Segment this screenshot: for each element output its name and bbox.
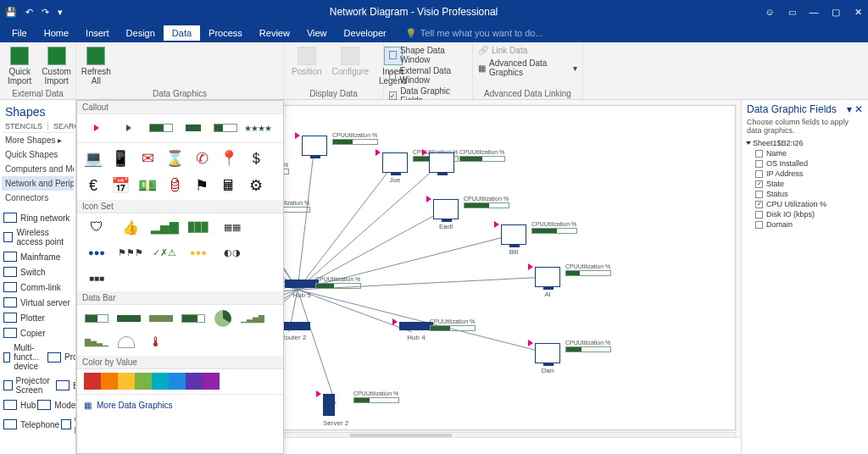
tab-review[interactable]: Review xyxy=(251,25,298,41)
tab-home[interactable]: Home xyxy=(36,25,77,41)
shape-icon xyxy=(3,282,17,292)
diagram-node[interactable]: CPUUtilization %Bill xyxy=(501,224,526,256)
diagram-node[interactable]: CPUUtilization % xyxy=(429,152,454,173)
dgf-field[interactable]: Domain xyxy=(755,220,863,229)
chevron-right-icon: ▸ xyxy=(58,136,62,145)
search-tab[interactable]: SEARCH xyxy=(53,122,76,130)
diagram-node[interactable]: CPUUtilization %Joe xyxy=(382,152,408,184)
help-smiley-icon[interactable]: ☺ xyxy=(765,7,775,17)
diagram-node[interactable]: CPUUtilization %Dan xyxy=(535,343,560,374)
stencil-item[interactable]: Projector ScreenBridge xyxy=(2,374,74,397)
redo-icon[interactable]: ↷ xyxy=(42,7,49,18)
tab-developer[interactable]: Developer xyxy=(336,25,395,41)
flag-icon xyxy=(494,221,499,228)
work-area: Shapes STENCILS SEARCH More Shapes ▸ Qui… xyxy=(0,100,868,454)
quick-shapes-link[interactable]: Quick Shapes xyxy=(2,147,74,162)
stencil-item-label: Mainframe xyxy=(20,252,60,262)
close-pane-icon[interactable]: ✕ xyxy=(854,103,863,115)
stencil-item[interactable]: TelephoneCell phone xyxy=(2,412,74,436)
dgf-field-label: Disk IO (kbps) xyxy=(766,210,815,219)
check-shape-data-window[interactable]: Shape Data Window xyxy=(389,46,467,64)
stencil-item[interactable]: Comm-link xyxy=(2,280,74,295)
tab-view[interactable]: View xyxy=(298,25,336,41)
window-title: Network Diagram - Visio Professional xyxy=(63,6,765,18)
custom-import-button[interactable]: Custom Import xyxy=(39,45,73,87)
dgf-field[interactable]: CPU Utilization % xyxy=(755,200,863,208)
diagram-node[interactable]: CPUUtilization %Hub 5 xyxy=(285,280,319,299)
link-data-button[interactable]: 🔗Link Data xyxy=(478,46,527,55)
dgf-field[interactable]: Name xyxy=(755,149,863,158)
stencil-item-label: Hub xyxy=(20,401,36,410)
network-peripherals-stencil[interactable]: Network and Peripherals xyxy=(2,176,74,191)
link-icon: 🔗 xyxy=(478,46,488,55)
stencil-item-label: Virtual server xyxy=(20,298,70,307)
svg-line-12 xyxy=(298,163,442,290)
tab-insert[interactable]: Insert xyxy=(77,25,118,41)
stencil-item-label: Telephone xyxy=(20,420,59,429)
stencil-item[interactable]: Virtual server xyxy=(2,295,74,310)
stencil-item[interactable]: Copier xyxy=(2,325,74,340)
save-icon[interactable]: 💾 xyxy=(5,7,17,18)
dgf-field[interactable]: State xyxy=(755,180,863,188)
ribbon-options-icon[interactable]: ▭ xyxy=(787,7,797,17)
check-external-data-window[interactable]: External Data Window xyxy=(389,66,467,85)
dgf-field[interactable]: Status xyxy=(755,190,863,198)
stencil-item[interactable]: Mainframe xyxy=(2,249,74,264)
data-bar-gallery[interactable]: ▁▃▅▇ ▇▅▃▁ 🌡 xyxy=(77,305,283,356)
undo-icon[interactable]: ↶ xyxy=(25,7,33,18)
stencil-item[interactable]: Wireless access point xyxy=(2,225,74,249)
dgf-field[interactable]: IP Address xyxy=(755,169,863,178)
node-label: Server 2 xyxy=(323,419,348,427)
flag-icon xyxy=(422,149,427,156)
dgf-field[interactable]: Disk IO (kbps) xyxy=(755,210,863,219)
diagram-node[interactable]: CPUUtilization %Al xyxy=(535,267,560,298)
stencil-item-label: Projector Screen xyxy=(16,376,54,395)
stencil-item-label: Multi-funct... device xyxy=(14,343,46,371)
dgf-field[interactable]: OS Installed xyxy=(755,159,863,168)
checkbox-icon xyxy=(755,160,763,168)
icon-set-gallery[interactable]: 🛡 👍 ▂▅▇ ▉▉▉ ▦▦ ●●● ⚑⚑⚑ ✓✗⚠ ●●● ◐◑ ■■■ xyxy=(77,213,283,291)
connectors-stencil[interactable]: Connectors xyxy=(2,191,74,205)
flag-icon: ⚑ xyxy=(192,176,211,195)
tab-process[interactable]: Process xyxy=(200,25,251,41)
diagram-node[interactable]: CPUUtilization %Server 2 xyxy=(323,394,348,427)
tab-data[interactable]: Data xyxy=(164,25,200,41)
computers-stencil[interactable]: Computers and Monitors xyxy=(2,162,74,176)
svg-line-18 xyxy=(298,290,336,404)
stencils-tab[interactable]: STENCILS xyxy=(5,122,48,130)
flag-icon xyxy=(295,132,300,139)
stencil-item[interactable]: Multi-funct... deviceProjector xyxy=(2,340,74,374)
position-button[interactable]: Position xyxy=(289,45,325,78)
more-data-graphics-link[interactable]: ▦More Data Graphics xyxy=(77,396,283,415)
color-by-value-swatch[interactable] xyxy=(77,369,283,393)
quick-import-button[interactable]: Quick Import xyxy=(5,45,34,87)
shape-icon xyxy=(3,267,17,277)
tab-file[interactable]: File xyxy=(3,25,36,41)
flag-icon xyxy=(528,263,533,270)
stencil-item[interactable]: Ring network xyxy=(2,210,74,225)
tab-design[interactable]: Design xyxy=(118,25,164,41)
more-shapes-link[interactable]: More Shapes ▸ xyxy=(2,133,74,147)
stencil-item[interactable]: HubModem xyxy=(2,397,74,412)
title-bar: 💾 ↶ ↷ ▾ Network Diagram - Visio Professi… xyxy=(0,0,868,24)
shape-icon xyxy=(3,400,17,410)
close-icon[interactable]: ✕ xyxy=(853,7,863,17)
chevron-down-icon[interactable]: ▾ xyxy=(847,103,852,115)
configure-button[interactable]: Configure xyxy=(330,45,371,78)
tell-me-search[interactable]: 💡Tell me what you want to do... xyxy=(395,28,543,39)
callout-icon-row[interactable]: 💻 📱 ✉ ⌛ ✆ 📍 ＄ € 📅 💵 🛢 ⚑ 🖩 ⚙ xyxy=(77,144,283,200)
euro-icon: € xyxy=(84,176,103,195)
diagram-node[interactable]: CPUUtilization %Hub 4 xyxy=(399,322,433,341)
maximize-icon[interactable]: ▢ xyxy=(831,7,841,17)
dgf-source[interactable]: Sheet1$B2:I26 xyxy=(747,139,863,147)
callout-gallery[interactable]: ★★★★ xyxy=(77,114,283,141)
minimize-icon[interactable]: — xyxy=(809,7,819,17)
stencil-item[interactable]: Plotter xyxy=(2,310,74,325)
dgf-field-label: Status xyxy=(766,190,788,198)
shape-icon xyxy=(3,352,10,363)
stencil-item[interactable]: Switch xyxy=(2,264,74,280)
diagram-node[interactable]: CPUUtilization % xyxy=(302,136,327,156)
dgf-desc: Choose column fields to apply data graph… xyxy=(747,118,863,135)
diagram-node[interactable]: CPUUtilization %Eadl xyxy=(433,199,459,230)
advanced-data-graphics-button[interactable]: ▦Advanced Data Graphics ▾ xyxy=(478,58,577,77)
